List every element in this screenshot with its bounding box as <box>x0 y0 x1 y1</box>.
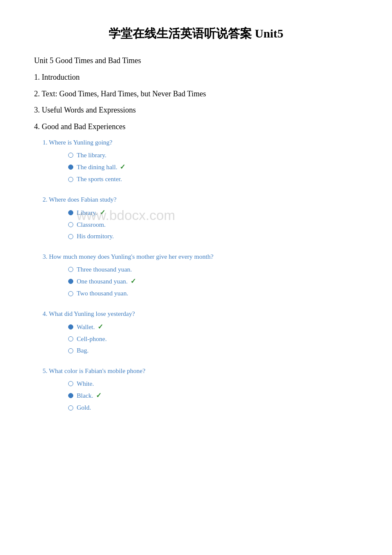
radio-q1-b[interactable] <box>68 165 73 170</box>
checkmark-q2: ✓ <box>100 208 105 218</box>
section-unit: Unit 5 Good Times and Bad Times <box>34 55 358 67</box>
questions-container: 1. Where is Yunling going? The library. … <box>34 139 358 413</box>
radio-q1-c[interactable] <box>68 177 73 182</box>
checkmark-q1: ✓ <box>120 162 125 172</box>
radio-q2-c[interactable] <box>68 234 73 239</box>
question-3-options: Three thousand yuan. One thousand yuan. … <box>68 265 358 298</box>
option-label: Three thousand yuan. <box>77 265 132 275</box>
radio-q3-b[interactable] <box>68 279 73 284</box>
question-3: 3. How much money does Yunling's mother … <box>43 253 358 298</box>
list-item[interactable]: Library. ✓ <box>68 208 358 218</box>
list-item[interactable]: Classroom. <box>68 220 358 230</box>
list-item[interactable]: Wallet. ✓ <box>68 322 358 332</box>
question-2-text: 2. Where does Fabian study? <box>43 196 358 203</box>
option-label: Bag. <box>77 346 89 356</box>
question-4: 4. What did Yunling lose yesterday? Wall… <box>43 310 358 356</box>
question-1: 1. Where is Yunling going? The library. … <box>43 139 358 184</box>
question-2-options-wrapper: www.bdocx.com Library. ✓ Classroom. His … <box>43 208 358 241</box>
question-1-options: The library. The dining hall. ✓ The spor… <box>68 150 358 184</box>
list-item[interactable]: Three thousand yuan. <box>68 265 358 275</box>
radio-q4-b[interactable] <box>68 336 73 341</box>
section-1: 1. Introduction <box>34 71 358 84</box>
radio-q4-a[interactable] <box>68 324 73 330</box>
radio-q5-c[interactable] <box>68 405 73 410</box>
question-5-text: 5. What color is Fabian's mobile phone? <box>43 367 358 375</box>
option-label: Black. <box>77 391 93 401</box>
question-4-options: Wallet. ✓ Cell-phone. Bag. <box>68 322 358 356</box>
question-5: 5. What color is Fabian's mobile phone? … <box>43 367 358 413</box>
option-label: The library. <box>77 150 107 160</box>
radio-q4-c[interactable] <box>68 348 73 353</box>
radio-q2-b[interactable] <box>68 222 73 227</box>
option-label: One thousand yuan. <box>77 277 128 286</box>
question-3-text: 3. How much money does Yunling's mother … <box>43 253 358 260</box>
question-2-options: Library. ✓ Classroom. His dormitory. <box>68 208 358 241</box>
list-item[interactable]: The sports center. <box>68 174 358 184</box>
radio-q5-b[interactable] <box>68 393 73 398</box>
option-label: Classroom. <box>77 220 106 230</box>
radio-q3-a[interactable] <box>68 267 73 272</box>
list-item[interactable]: Bag. <box>68 346 358 356</box>
list-item[interactable]: Gold. <box>68 403 358 413</box>
question-2: 2. Where does Fabian study? www.bdocx.co… <box>43 196 358 241</box>
checkmark-q5: ✓ <box>96 390 101 401</box>
list-item[interactable]: The library. <box>68 150 358 160</box>
option-label: Gold. <box>77 403 91 413</box>
section-4: 4. Good and Bad Experiences <box>34 121 358 133</box>
section-2: 2. Text: Good Times, Hard Times, but Nev… <box>34 88 358 100</box>
option-label: The sports center. <box>77 174 122 184</box>
radio-q3-c[interactable] <box>68 291 73 296</box>
question-4-text: 4. What did Yunling lose yesterday? <box>43 310 358 318</box>
radio-q1-a[interactable] <box>68 153 73 158</box>
checkmark-q3: ✓ <box>130 276 136 286</box>
option-label: The dining hall. <box>77 162 117 172</box>
list-item[interactable]: One thousand yuan. ✓ <box>68 276 358 286</box>
option-label: Two thousand yuan. <box>77 289 128 298</box>
option-label: Wallet. <box>77 322 95 332</box>
question-5-options: White. Black. ✓ Gold. <box>68 379 358 413</box>
list-item[interactable]: The dining hall. ✓ <box>68 162 358 172</box>
list-item[interactable]: Two thousand yuan. <box>68 289 358 298</box>
page-title: 学堂在线生活英语听说答案 Unit5 <box>34 26 358 42</box>
radio-q5-a[interactable] <box>68 381 73 386</box>
list-item[interactable]: Black. ✓ <box>68 390 358 401</box>
sections-list: Unit 5 Good Times and Bad Times 1. Intro… <box>34 55 358 133</box>
list-item[interactable]: His dormitory. <box>68 231 358 241</box>
option-label: White. <box>77 379 94 389</box>
option-label: Cell-phone. <box>77 334 107 344</box>
radio-q2-a[interactable] <box>68 210 73 215</box>
list-item[interactable]: Cell-phone. <box>68 334 358 344</box>
list-item[interactable]: White. <box>68 379 358 389</box>
checkmark-q4: ✓ <box>98 322 103 332</box>
section-3: 3. Useful Words and Expressions <box>34 104 358 116</box>
question-1-text: 1. Where is Yunling going? <box>43 139 358 146</box>
option-label: Library. <box>77 208 97 218</box>
option-label: His dormitory. <box>77 231 114 241</box>
